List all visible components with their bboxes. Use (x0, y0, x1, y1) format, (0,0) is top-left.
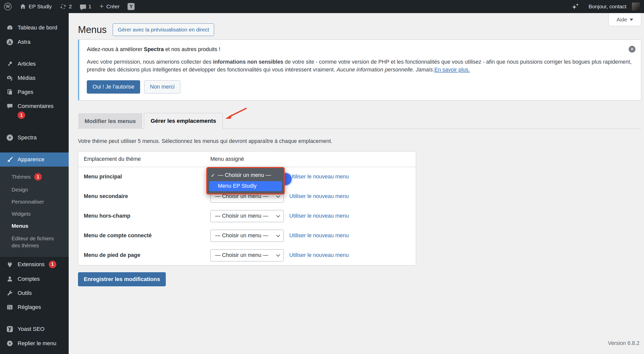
sidebar-item-apparence[interactable]: Apparence (0, 152, 69, 167)
pushpin-icon (6, 61, 14, 67)
sidebar-item-collapse-menu[interactable]: Replier le menu (0, 336, 69, 350)
submenu-item-design[interactable]: Design (0, 184, 69, 196)
sidebar-item-label: Astra (18, 39, 30, 45)
wordpress-admin-screen: W EP Studly 2 1 + Créer (0, 0, 644, 354)
dropdown-option-menu-ep-studly[interactable]: Menu EP Studly (209, 181, 282, 191)
sidebar-item-label: Réglages (18, 304, 41, 310)
dismiss-notice-icon[interactable]: ✕ (629, 46, 635, 53)
submenu-item-personnaliser[interactable]: Personnaliser (0, 196, 69, 208)
home-icon (20, 3, 26, 10)
sparkles-icon (571, 2, 580, 11)
yoast-menu[interactable]: Y (124, 0, 139, 13)
spectra-notice: Aidez-nous à améliorer Spectra et nos au… (78, 40, 641, 100)
site-name-label: EP Studly (29, 4, 52, 10)
sidebar-item-commentaires[interactable]: Commentaires 1 (0, 99, 69, 123)
comments-menu[interactable]: 1 (76, 0, 96, 13)
sidebar-item-comptes[interactable]: Comptes (0, 272, 69, 286)
sidebar-item-medias[interactable]: Médias (0, 71, 69, 85)
sidebar-item-label: Apparence (18, 156, 44, 163)
sidebar-item-label: Commentaires (18, 103, 54, 109)
open-menu-dropdown[interactable]: ✓ — Choisir un menu — Menu EP Studly (206, 167, 285, 194)
sidebar-item-pages[interactable]: Pages (0, 85, 69, 99)
locations-description: Votre thème peut utiliser 5 menus. Sélec… (78, 138, 641, 144)
learn-more-link[interactable]: En savoir plus. (434, 67, 470, 73)
sidebar-item-label: Extensions (18, 261, 45, 268)
avatar (632, 3, 640, 11)
wordpress-logo-icon: W (4, 3, 12, 10)
menu-hors-champ-select[interactable]: — Choisir un menu — (210, 210, 284, 222)
submenu-item-label: Design (12, 187, 28, 193)
account-menu[interactable]: Bonjour, contact (584, 0, 644, 13)
use-new-menu-link[interactable]: Utiliser le nouveau menu (289, 232, 349, 239)
sidebar-item-label: Médias (18, 75, 35, 81)
submenu-item-label: Widgets (12, 211, 31, 217)
allow-button[interactable]: Oui ! Je l’autorise (87, 80, 140, 94)
sidebar-item-label: Tableau de bord (18, 24, 57, 31)
use-new-menu-link[interactable]: Utiliser le nouveau menu (289, 193, 349, 200)
menu-compte-connecte-select[interactable]: — Choisir un menu — (210, 230, 284, 242)
site-name-menu[interactable]: EP Studly (16, 0, 56, 13)
notice-title: Aidez-nous à améliorer Spectra et nos au… (87, 46, 633, 53)
version-label: Version 6.8.2 (608, 340, 639, 346)
nav-tabs: Modifier les menus Gérer les emplacement… (78, 113, 641, 129)
use-new-menu-link[interactable]: Utiliser le nouveau menu (289, 213, 349, 219)
comments-count: 1 (89, 4, 92, 10)
annotation-arrow (223, 106, 253, 123)
media-icon (6, 75, 14, 81)
help-tab[interactable]: Aide (609, 13, 641, 26)
sidebar-item-astra[interactable]: Astra (0, 35, 69, 49)
comments-icon (6, 103, 14, 109)
submenu-item-label: Menus (12, 223, 28, 229)
sidebar-item-label: Spectra (18, 134, 37, 141)
table-row-menu-hors-champ: Menu hors-champ — Choisir un menu — Util… (78, 206, 416, 226)
save-changes-button[interactable]: Enregistrer les modifications (78, 272, 166, 286)
sidebar-item-label: Pages (18, 89, 33, 95)
deny-button[interactable]: Non merci (144, 80, 180, 94)
sidebar-item-reglages[interactable]: Réglages (0, 300, 69, 314)
sidebar-item-articles[interactable]: Articles (0, 57, 69, 71)
ai-assistant-menu[interactable] (567, 0, 584, 13)
sidebar-item-outils[interactable]: Outils (0, 286, 69, 300)
new-content-label: Créer (106, 4, 120, 10)
submenu-item-widgets[interactable]: Widgets (0, 208, 69, 220)
use-new-menu-link[interactable]: Utiliser le nouveau menu (289, 174, 349, 180)
wp-logo-menu[interactable]: W (0, 0, 16, 13)
dropdown-option-choisir[interactable]: ✓ — Choisir un menu — (207, 170, 284, 181)
plus-icon: + (99, 3, 104, 10)
notice-body: Avec votre permission, nous aimerions co… (87, 58, 633, 74)
tab-modifier-les-menus[interactable]: Modifier les menus (78, 113, 142, 129)
sidebar-item-label: Replier le menu (18, 340, 56, 347)
dashboard-icon (6, 24, 14, 31)
table-row-menu-pied-de-page: Menu de pied de page — Choisir un menu —… (78, 246, 416, 265)
chevron-down-icon (276, 194, 280, 198)
comments-badge: 1 (18, 111, 25, 119)
submenu-item-theme-file-editor[interactable]: Éditeur de fichiers des thèmes (0, 232, 69, 252)
astra-icon (6, 38, 14, 46)
tab-gerer-les-emplacements[interactable]: Gérer les emplacements (144, 113, 223, 129)
submenu-item-label: Personnaliser (12, 199, 44, 205)
chevron-down-icon (276, 253, 280, 257)
sidebar-item-label: Comptes (18, 276, 40, 282)
sidebar-item-dashboard[interactable]: Tableau de bord (0, 21, 69, 35)
chevron-down-icon (276, 233, 280, 237)
header-assigned-menu: Menu assigné (205, 151, 416, 167)
menu-pied-de-page-select[interactable]: — Choisir un menu — (210, 249, 284, 261)
new-content-menu[interactable]: + Créer (95, 0, 124, 13)
main-content: Menus Gérer avec la prévisualisation en … (69, 13, 644, 354)
chevron-down-icon (276, 213, 280, 217)
comments-icon (80, 5, 86, 9)
sidebar-item-label: Yoast SEO (18, 326, 45, 332)
plugin-icon (6, 261, 14, 268)
current-menu-arrow (65, 156, 72, 163)
submenu-item-menus[interactable]: Menus (0, 220, 69, 232)
sidebar-item-extensions[interactable]: Extensions 1 (0, 257, 69, 272)
updates-menu[interactable]: 2 (56, 0, 76, 13)
yoast-seo-icon (6, 326, 14, 333)
use-new-menu-link[interactable]: Utiliser le nouveau menu (289, 252, 349, 258)
submenu-item-themes[interactable]: Thèmes 1 (0, 170, 69, 184)
admin-sidebar: Tableau de bord Astra Articles Médias Pa (0, 13, 69, 354)
extensions-badge: 1 (49, 261, 56, 268)
sidebar-item-spectra[interactable]: Spectra (0, 130, 69, 145)
sidebar-item-yoast-seo[interactable]: Yoast SEO (0, 322, 69, 336)
manage-live-preview-button[interactable]: Gérer avec la prévisualisation en direct (113, 23, 214, 36)
